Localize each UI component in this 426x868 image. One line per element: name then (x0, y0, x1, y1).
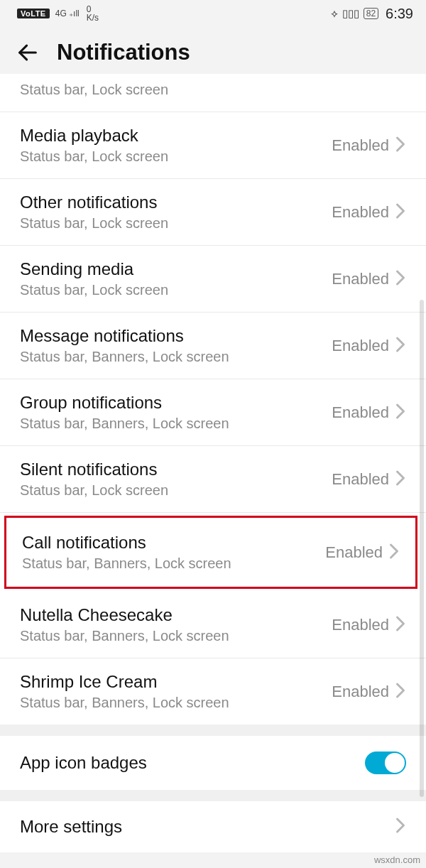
list-item-right: Enabled (332, 336, 406, 356)
status-bar: VoLTE 4G ₊ıll 0K/s ⟡ ▯▯▯ 82 6:39 (0, 0, 426, 27)
list-item-right: Enabled (332, 202, 406, 222)
more-settings-label: More settings (20, 817, 122, 837)
list-item[interactable]: Message notificationsStatus bar, Banners… (0, 313, 426, 379)
list-item-status: Enabled (325, 543, 383, 562)
more-settings-row[interactable]: More settings (0, 801, 426, 852)
list-item-right: Enabled (332, 470, 406, 489)
clock: 6:39 (386, 6, 413, 22)
back-icon[interactable] (16, 40, 40, 65)
list-item-status: Enabled (332, 136, 389, 155)
list-item-status: Enabled (332, 683, 389, 701)
chevron-right-icon (395, 615, 406, 635)
list-item-left: Sending mediaStatus bar, Lock screen (20, 259, 332, 299)
list-item[interactable]: Call notificationsStatus bar, Banners, L… (6, 518, 415, 587)
list-item-left: Shrimp Ice CreamStatus bar, Banners, Loc… (20, 671, 332, 712)
list-item-status: Enabled (332, 337, 389, 355)
battery-indicator: 82 (364, 8, 378, 19)
list-item-left: Nutella CheesecakeStatus bar, Banners, L… (20, 604, 332, 645)
list-item-right: Enabled (332, 615, 406, 635)
chevron-right-icon (395, 403, 406, 423)
highlighted-item: Call notificationsStatus bar, Banners, L… (4, 516, 417, 589)
section-gap (0, 725, 426, 736)
list-item-left: Call notificationsStatus bar, Banners, L… (22, 532, 325, 573)
list-item-sub: Status bar, Lock screen (20, 482, 332, 499)
toggle-knob (385, 753, 405, 773)
list-item-sub: Status bar, Banners, Lock screen (20, 627, 332, 645)
list-item-status: Enabled (332, 403, 389, 422)
list-item-title: Silent notifications (20, 459, 332, 480)
list-item[interactable]: Other notificationsStatus bar, Lock scre… (0, 179, 426, 246)
list-item-title: Call notifications (22, 532, 325, 553)
app-header: Notifications (0, 27, 426, 78)
app-icon-badges-label: App icon badges (20, 753, 147, 773)
watermark: wsxdn.com (374, 855, 420, 865)
list-item[interactable]: Sending mediaStatus bar, Lock screenEnab… (0, 246, 426, 313)
toggle-switch[interactable] (365, 752, 406, 774)
list-item-left: Other notificationsStatus bar, Lock scre… (20, 192, 332, 232)
list-item-right: Enabled (332, 269, 406, 289)
list-item-status: Enabled (332, 203, 389, 222)
list-item-left: Message notificationsStatus bar, Banners… (20, 325, 332, 366)
list-item-left: Silent notificationsStatus bar, Lock scr… (20, 459, 332, 499)
list-item-sub: Status bar, Lock screen (20, 81, 406, 99)
list-item-right: Enabled (332, 403, 406, 423)
chevron-right-icon (395, 682, 406, 702)
scrollbar[interactable] (420, 300, 424, 797)
network-indicator: 4G ₊ıll (55, 9, 80, 18)
list-item-left: Group notificationsStatus bar, Banners, … (20, 392, 332, 433)
list-item-sub: Status bar, Banners, Lock screen (20, 415, 332, 433)
chevron-right-icon (388, 543, 400, 563)
chevron-right-icon (395, 470, 406, 489)
list-item-title: Group notifications (20, 392, 332, 413)
notification-list: Media playbackStatus bar, Lock screenEna… (0, 112, 426, 725)
list-item-status: Enabled (332, 470, 389, 489)
list-item[interactable]: Nutella CheesecakeStatus bar, Banners, L… (0, 592, 426, 658)
list-item-title: Message notifications (20, 325, 332, 347)
chevron-right-icon (395, 202, 406, 222)
volte-badge: VoLTE (17, 9, 50, 18)
list-item-title: Shrimp Ice Cream (20, 671, 332, 693)
list-item-right: Enabled (325, 543, 400, 563)
page-title: Notifications (57, 40, 190, 65)
list-item-title: Media playback (20, 125, 332, 146)
list-item-status: Enabled (332, 270, 389, 288)
list-item[interactable]: Silent notificationsStatus bar, Lock scr… (0, 446, 426, 513)
list-item-sub: Status bar, Banners, Lock screen (22, 555, 325, 573)
list-item-sub: Status bar, Banners, Lock screen (20, 348, 332, 366)
list-item-title: Other notifications (20, 192, 332, 213)
list-item-sub: Status bar, Lock screen (20, 281, 332, 299)
status-right: ⟡ ▯▯▯ 82 6:39 (331, 6, 413, 22)
content: ▄▄▄▄ ▄▄▄ ▄▄▄▄ ▄▄▄▄▄ Status bar, Lock scr… (0, 74, 426, 725)
chevron-right-icon (395, 336, 406, 356)
app-icon-badges-row[interactable]: App icon badges (0, 736, 426, 790)
status-left: VoLTE 4G ₊ıll 0K/s (17, 5, 99, 22)
list-item[interactable]: Group notificationsStatus bar, Banners, … (0, 379, 426, 446)
list-item-right: Enabled (332, 682, 406, 702)
bluetooth-icon: ⟡ (331, 7, 338, 20)
list-item-status: Enabled (332, 616, 389, 634)
list-item-title: Nutella Cheesecake (20, 604, 332, 626)
list-item-sub: Status bar, Lock screen (20, 148, 332, 166)
chevron-right-icon (395, 136, 406, 156)
list-item-right: Enabled (332, 136, 406, 156)
list-item-partial[interactable]: ▄▄▄▄ ▄▄▄ ▄▄▄▄ ▄▄▄▄▄ Status bar, Lock scr… (0, 74, 426, 112)
list-item[interactable]: Shrimp Ice CreamStatus bar, Banners, Loc… (0, 658, 426, 725)
list-item[interactable]: Media playbackStatus bar, Lock screenEna… (0, 112, 426, 179)
list-item-title: Sending media (20, 259, 332, 280)
list-item-sub: Status bar, Banners, Lock screen (20, 694, 332, 712)
list-item-left: Media playbackStatus bar, Lock screen (20, 125, 332, 166)
chevron-right-icon (395, 269, 406, 289)
list-item-sub: Status bar, Lock screen (20, 215, 332, 232)
chevron-right-icon (395, 817, 406, 837)
vibrate-icon: ▯▯▯ (342, 7, 359, 20)
network-speed: 0K/s (87, 5, 99, 22)
section-gap (0, 790, 426, 801)
